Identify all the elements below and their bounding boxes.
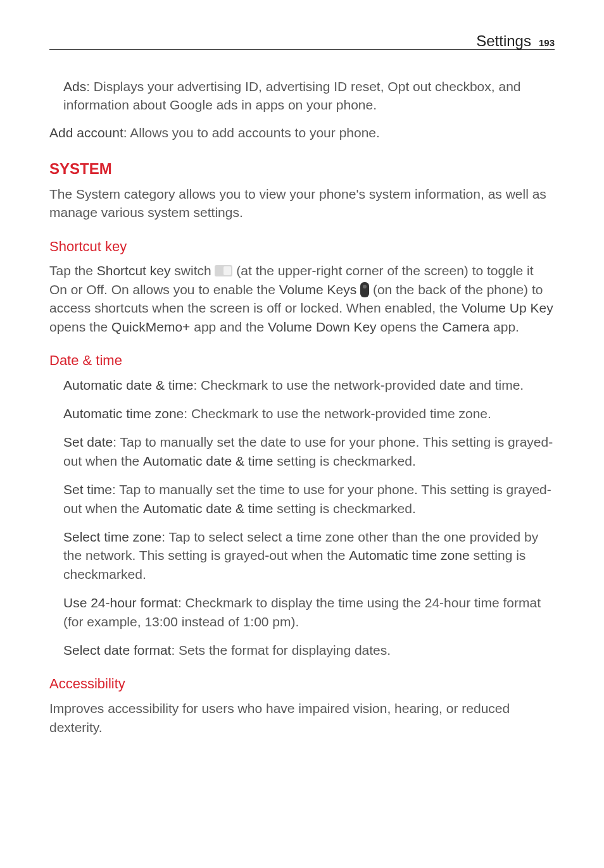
ads-label: Ads [63, 79, 86, 94]
text-fragment: setting is checkmarked. [274, 501, 416, 516]
auto-date-time-ref: Automatic date & time [143, 501, 273, 516]
select-date-format-item: Select date format: Sets the format for … [63, 641, 555, 659]
text-fragment: Tap the [49, 263, 97, 278]
switch-icon [215, 265, 232, 276]
ads-paragraph: Ads: Displays your advertising ID, adver… [63, 77, 555, 115]
text-fragment: app and the [190, 319, 268, 334]
volume-down-key-bold: Volume Down Key [268, 319, 377, 334]
set-time-item: Set time: Tap to manually set the time t… [63, 480, 555, 518]
auto-date-time-item: Automatic date & time: Checkmark to use … [63, 376, 555, 394]
set-date-item: Set date: Tap to manually set the date t… [63, 433, 555, 470]
select-time-zone-item: Select time zone: Tap to select select a… [63, 528, 555, 583]
volume-keys-bold: Volume Keys [279, 282, 357, 297]
add-account-label: Add account [49, 125, 123, 140]
page: Settings 193 Ads: Displays your advertis… [0, 0, 604, 868]
select-date-format-text: : Sets the format for displaying dates. [171, 643, 391, 657]
text-fragment: switch [170, 263, 215, 278]
system-description: The System category allows you to view y… [49, 185, 555, 222]
header-page-number: 193 [539, 36, 555, 49]
auto-time-zone-item: Automatic time zone: Checkmark to use th… [63, 404, 555, 423]
auto-date-time-text: : Checkmark to use the network-provided … [193, 378, 524, 392]
system-heading: SYSTEM [49, 158, 555, 180]
date-time-heading: Date & time [49, 351, 555, 371]
quickmemo-bold: QuickMemo+ [111, 319, 190, 334]
text-fragment: app. [489, 319, 519, 334]
select-date-format-label: Select date format [63, 643, 171, 657]
shortcut-key-heading: Shortcut key [49, 237, 555, 257]
auto-time-zone-ref: Automatic time zone [349, 548, 469, 562]
add-account-text: : Allows you to add accounts to your pho… [123, 125, 380, 140]
auto-time-zone-label: Automatic time zone [63, 406, 184, 421]
text-fragment: opens the [377, 319, 443, 334]
camera-bold: Camera [443, 319, 490, 334]
use-24-hour-item: Use 24-hour format: Checkmark to display… [63, 593, 555, 631]
shortcut-key-paragraph: Tap the Shortcut key switch (at the uppe… [49, 261, 555, 336]
header-rule [49, 49, 555, 50]
ads-text: : Displays your advertising ID, advertis… [63, 79, 521, 112]
auto-time-zone-text: : Checkmark to use the network-provided … [184, 406, 491, 421]
auto-date-time-label: Automatic date & time [63, 378, 193, 392]
page-header: Settings 193 [476, 30, 555, 52]
select-time-zone-label: Select time zone [63, 530, 161, 544]
set-date-label: Set date [63, 435, 113, 449]
use-24-hour-label: Use 24-hour format [63, 595, 178, 610]
header-section-title: Settings [476, 30, 531, 52]
text-fragment: setting is checkmarked. [274, 454, 416, 468]
auto-date-time-ref: Automatic date & time [143, 454, 273, 468]
add-account-paragraph: Add account: Allows you to add accounts … [49, 123, 555, 142]
page-content: Ads: Displays your advertising ID, adver… [49, 77, 555, 736]
text-fragment: opens the [49, 319, 111, 334]
volume-up-key-bold: Volume Up Key [462, 301, 553, 315]
accessibility-heading: Accessibility [49, 674, 555, 694]
set-time-label: Set time [63, 482, 112, 497]
volume-key-icon [360, 282, 369, 297]
accessibility-description: Improves accessibility for users who hav… [49, 699, 555, 736]
shortcut-key-bold: Shortcut key [97, 263, 171, 278]
